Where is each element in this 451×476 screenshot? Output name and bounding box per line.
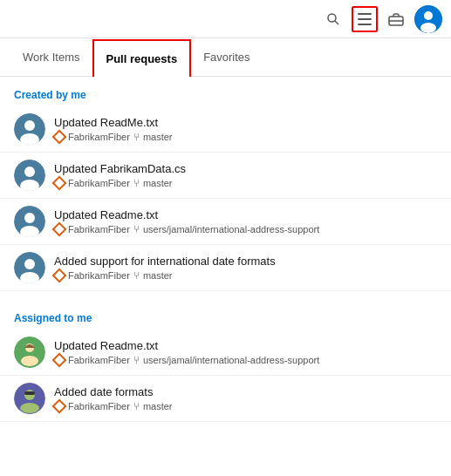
nav-tabs: Work Items Pull requests Favorites [0, 38, 451, 77]
item-info: Added support for international date for… [54, 255, 437, 282]
branch-icon: ⑂ [133, 131, 140, 143]
branch-icon: ⑂ [133, 177, 140, 189]
created-by-me-list: Updated ReadMe.txt FabrikamFiber ⑂ maste… [0, 106, 451, 291]
item-meta: FabrikamFiber ⑂ master [54, 400, 437, 412]
item-info: Updated Readme.txt FabrikamFiber ⑂ users… [54, 339, 437, 366]
svg-point-14 [24, 167, 35, 177]
section-gap [0, 291, 451, 300]
branch-icon: ⑂ [133, 269, 140, 282]
list-item[interactable]: Added support for international date for… [0, 245, 451, 291]
avatar [14, 113, 45, 145]
svg-point-24 [21, 356, 38, 366]
list-item[interactable]: Updated FabrikamData.cs FabrikamFiber ⑂ … [0, 153, 451, 199]
tab-favorites[interactable]: Favorites [191, 38, 262, 76]
main-content: Created by me Updated ReadMe.txt Fabrika… [0, 77, 451, 422]
branch-name: master [143, 401, 173, 411]
item-meta: FabrikamFiber ⑂ users/jamal/internationa… [54, 223, 437, 235]
repo-icon [52, 398, 67, 413]
avatar [14, 337, 45, 368]
top-bar [0, 0, 451, 38]
svg-rect-3 [358, 18, 372, 20]
item-meta: FabrikamFiber ⑂ master [54, 177, 437, 189]
avatar [14, 160, 45, 191]
svg-point-9 [420, 23, 436, 33]
avatar [14, 206, 45, 237]
item-info: Updated ReadMe.txt FabrikamFiber ⑂ maste… [54, 116, 437, 143]
svg-line-1 [335, 21, 338, 24]
svg-point-17 [24, 213, 35, 223]
item-info: Added date formats FabrikamFiber ⑂ maste… [54, 385, 437, 412]
branch-icon: ⑂ [133, 400, 140, 412]
briefcase-icon[interactable] [383, 6, 409, 32]
svg-point-28 [20, 403, 39, 413]
repo-name: FabrikamFiber [68, 132, 130, 142]
item-meta: FabrikamFiber ⑂ master [54, 269, 437, 282]
branch-name: users/jamal/international-address-suppor… [143, 355, 319, 365]
repo-icon [52, 352, 67, 367]
item-title: Updated ReadMe.txt [54, 116, 437, 129]
avatar [14, 383, 45, 414]
user-avatar-topbar[interactable] [414, 5, 442, 33]
svg-point-8 [424, 11, 433, 20]
tab-work-items[interactable]: Work Items [10, 38, 92, 76]
item-title: Updated Readme.txt [54, 208, 437, 221]
repo-name: FabrikamFiber [68, 224, 130, 235]
item-meta: FabrikamFiber ⑂ users/jamal/internationa… [54, 354, 437, 366]
branch-name: master [143, 270, 173, 281]
avatar [14, 252, 45, 283]
repo-icon [52, 175, 67, 190]
list-item[interactable]: Added date formats FabrikamFiber ⑂ maste… [0, 376, 451, 422]
svg-point-11 [24, 120, 35, 131]
repo-name: FabrikamFiber [68, 401, 130, 411]
section-header-created: Created by me [0, 77, 451, 106]
branch-name: master [143, 178, 173, 188]
branch-name: users/jamal/international-address-suppor… [143, 224, 319, 235]
list-item[interactable]: Updated Readme.txt FabrikamFiber ⑂ users… [0, 330, 451, 376]
list-icon[interactable] [352, 6, 378, 32]
svg-rect-2 [358, 13, 372, 15]
repo-icon [52, 268, 67, 282]
svg-point-0 [328, 14, 336, 22]
item-title: Added support for international date for… [54, 255, 437, 268]
svg-point-20 [24, 259, 35, 269]
svg-rect-4 [358, 24, 372, 25]
repo-name: FabrikamFiber [68, 355, 130, 365]
assigned-to-me-list: Updated Readme.txt FabrikamFiber ⑂ users… [0, 330, 451, 422]
tab-pull-requests[interactable]: Pull requests [92, 39, 192, 77]
branch-icon: ⑂ [133, 223, 140, 235]
branch-icon: ⑂ [133, 354, 140, 366]
item-meta: FabrikamFiber ⑂ master [54, 131, 437, 143]
repo-name: FabrikamFiber [68, 270, 130, 281]
svg-rect-27 [24, 391, 35, 395]
search-icon[interactable] [320, 6, 346, 32]
list-item[interactable]: Updated Readme.txt FabrikamFiber ⑂ users… [0, 199, 451, 245]
top-bar-icons [320, 5, 442, 33]
item-title: Added date formats [54, 385, 437, 398]
item-info: Updated Readme.txt FabrikamFiber ⑂ users… [54, 208, 437, 235]
repo-name: FabrikamFiber [68, 178, 130, 188]
repo-icon [52, 221, 67, 236]
section-header-assigned: Assigned to me [0, 300, 451, 330]
branch-name: master [143, 132, 173, 142]
item-title: Updated FabrikamData.cs [54, 162, 437, 175]
list-item[interactable]: Updated ReadMe.txt FabrikamFiber ⑂ maste… [0, 106, 451, 153]
repo-icon [52, 129, 67, 144]
item-info: Updated FabrikamData.cs FabrikamFiber ⑂ … [54, 162, 437, 189]
item-title: Updated Readme.txt [54, 339, 437, 352]
